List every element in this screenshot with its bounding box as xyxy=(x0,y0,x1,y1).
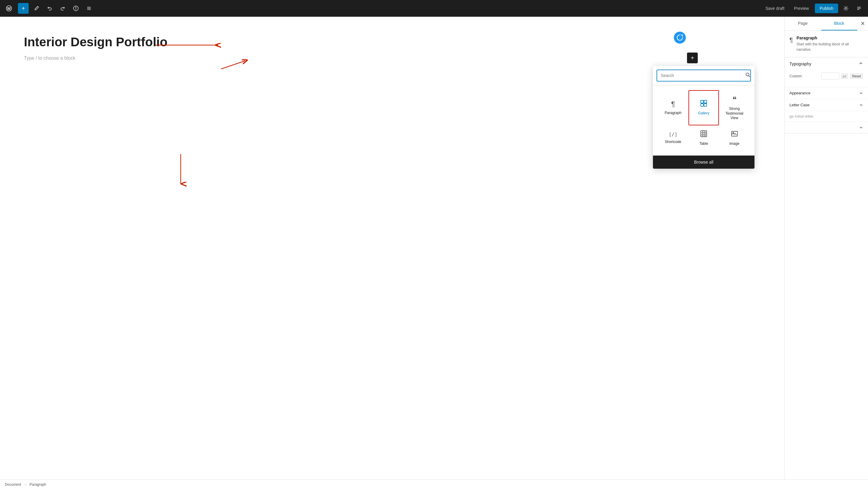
info-button[interactable] xyxy=(70,3,81,14)
svg-point-4 xyxy=(75,7,76,8)
block-item-table[interactable]: Table xyxy=(688,125,719,151)
main-layout: Interior Design Portfolio Type / to choo… xyxy=(0,17,868,489)
typography-title: Typography xyxy=(789,62,811,66)
sidebar-tabs-row: Page Block ✕ xyxy=(785,17,868,31)
table-icon xyxy=(700,130,707,139)
letter-case-title: Letter Case xyxy=(789,103,809,107)
toolbar-right: Save draft Preview Publish xyxy=(762,3,864,14)
publish-button[interactable]: Publish xyxy=(815,4,838,13)
status-bar: Document → Paragraph xyxy=(0,480,868,489)
block-item-shortcode[interactable]: [/] Shortcode xyxy=(658,125,688,151)
unit-label: px xyxy=(841,73,848,79)
more-options-button[interactable] xyxy=(854,3,864,14)
block-search-input[interactable] xyxy=(656,70,751,82)
paragraph-block-icon: ¶ xyxy=(789,36,793,44)
reset-button[interactable]: Reset xyxy=(850,73,863,79)
typography-content: Custom px Reset xyxy=(785,70,868,87)
svg-text:W: W xyxy=(7,6,11,11)
appearance-toggle-icon xyxy=(859,91,863,95)
block-label-paragraph: Paragraph xyxy=(664,111,681,116)
font-size-input[interactable] xyxy=(822,72,839,80)
more-options-header[interactable] xyxy=(789,125,863,130)
block-item-paragraph[interactable]: ¶ Paragraph xyxy=(658,90,688,125)
block-label-shortcode: Shortcode xyxy=(665,140,681,144)
more-options-icon xyxy=(859,125,863,130)
block-label-table: Table xyxy=(700,141,708,146)
svg-line-16 xyxy=(749,76,750,77)
block-info: ¶ Paragraph Start with the building bloc… xyxy=(785,31,868,57)
letter-case-toggle-icon xyxy=(859,103,863,107)
block-picker-search-container xyxy=(653,66,754,86)
svg-rect-18 xyxy=(704,100,707,103)
block-item-image[interactable]: Image xyxy=(719,125,750,151)
svg-point-8 xyxy=(845,7,847,9)
block-info-text: Paragraph Start with the building block … xyxy=(797,35,863,52)
breadcrumb-separator: → xyxy=(24,482,27,487)
block-item-gallery[interactable]: Gallery xyxy=(688,90,719,125)
block-type-description: Start with the building block of all nar… xyxy=(797,41,863,52)
typography-toggle-icon xyxy=(859,61,863,67)
sidebar-tabs: Page Block xyxy=(785,17,857,30)
editor-area[interactable]: Interior Design Portfolio Type / to choo… xyxy=(0,17,784,489)
typography-header[interactable]: Typography xyxy=(785,57,868,70)
letter-case-section: Letter Case xyxy=(785,99,868,111)
svg-rect-20 xyxy=(704,104,707,106)
shortcode-icon: [/] xyxy=(669,132,677,137)
svg-point-27 xyxy=(733,132,734,133)
appearance-header[interactable]: Appearance xyxy=(789,91,863,95)
svg-rect-17 xyxy=(701,100,704,103)
browse-all-button[interactable]: Browse all xyxy=(653,156,754,169)
edit-mode-button[interactable] xyxy=(31,3,42,14)
custom-label: Custom xyxy=(789,74,802,78)
paragraph-icon: ¶ xyxy=(671,100,675,108)
page-title: Interior Design Portfolio xyxy=(24,35,761,50)
block-placeholder[interactable]: Type / to choose a block xyxy=(24,56,761,61)
block-label-image: Image xyxy=(730,141,739,146)
svg-rect-21 xyxy=(701,131,707,137)
custom-size-row: Custom px Reset xyxy=(789,72,863,80)
gallery-icon xyxy=(700,100,707,109)
list-view-button[interactable] xyxy=(84,3,94,14)
preview-button[interactable]: Preview xyxy=(790,4,812,12)
appearance-section: Appearance xyxy=(785,87,868,99)
block-label-strong-testimonial: Strong Testimonial View xyxy=(721,106,747,121)
appearance-title: Appearance xyxy=(789,91,810,95)
initial-letter-row: ge initial letter. xyxy=(785,111,868,122)
block-type-name: Paragraph xyxy=(797,35,863,40)
settings-button[interactable] xyxy=(840,3,851,14)
save-draft-button[interactable]: Save draft xyxy=(762,4,788,12)
svg-rect-19 xyxy=(701,104,704,106)
svg-point-15 xyxy=(746,73,749,76)
add-block-inline-button[interactable]: + xyxy=(687,53,698,63)
initial-letter-text: ge initial letter. xyxy=(789,114,814,119)
testimonial-icon: ❝ xyxy=(733,95,737,104)
svg-line-13 xyxy=(221,61,245,69)
add-block-toolbar-button[interactable]: + xyxy=(18,3,29,14)
typography-section: Typography Custom px Reset xyxy=(785,57,868,133)
block-tab[interactable]: Block xyxy=(821,17,858,30)
close-sidebar-button[interactable]: ✕ xyxy=(857,18,868,29)
breadcrumb-document[interactable]: Document xyxy=(5,482,21,487)
letter-case-header[interactable]: Letter Case xyxy=(789,103,863,107)
wp-logo: W xyxy=(4,3,14,14)
block-grid: ¶ Paragraph Gallery xyxy=(653,86,754,156)
custom-input-row: px Reset xyxy=(822,72,863,80)
refresh-icon xyxy=(674,32,686,43)
right-sidebar: Page Block ✕ ¶ Paragraph Start with the … xyxy=(784,17,868,489)
redo-button[interactable] xyxy=(57,3,68,14)
block-picker: ¶ Paragraph Gallery xyxy=(653,66,754,169)
search-icon xyxy=(746,72,750,78)
toolbar: W + Save draft Prev xyxy=(0,0,868,17)
image-icon xyxy=(731,130,738,139)
page-tab[interactable]: Page xyxy=(785,17,821,30)
breadcrumb-current[interactable]: Paragraph xyxy=(30,482,46,487)
block-item-strong-testimonial[interactable]: ❝ Strong Testimonial View xyxy=(719,90,750,125)
block-label-gallery: Gallery xyxy=(698,111,709,116)
undo-button[interactable] xyxy=(44,3,55,14)
more-options-section xyxy=(785,122,868,133)
